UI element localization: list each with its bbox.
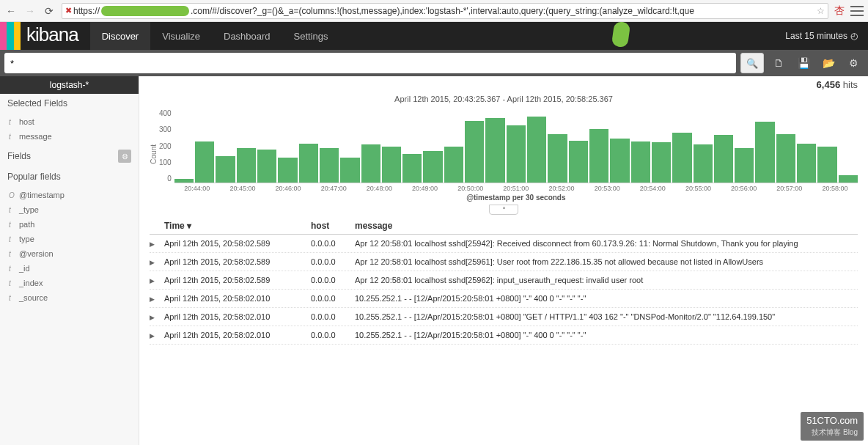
bar[interactable] <box>672 133 691 183</box>
field-type-icon: t <box>9 235 15 243</box>
bar[interactable] <box>382 147 401 183</box>
extension-icon[interactable]: 杏 <box>834 4 845 18</box>
bar[interactable] <box>195 141 214 183</box>
bar[interactable] <box>652 142 671 183</box>
bar[interactable] <box>485 118 504 183</box>
url-bar[interactable]: ✖ https:// .com/#/discover?_g=()&_a=(col… <box>62 3 828 19</box>
search-input[interactable] <box>10 58 730 69</box>
y-axis-label: Count <box>150 144 158 164</box>
bar[interactable] <box>589 129 608 183</box>
cell-message: 10.255.252.1 - - [12/Apr/2015:20:58:01 +… <box>355 294 858 303</box>
open-search-icon[interactable]: 📂 <box>818 53 839 73</box>
bar[interactable] <box>714 135 733 183</box>
tab-dashboard[interactable]: Dashboard <box>212 22 282 50</box>
back-button[interactable]: ← <box>4 4 18 18</box>
bar[interactable] <box>776 134 795 183</box>
fields-header: Fields ⚙ <box>0 145 139 167</box>
cell-time: April 12th 2015, 20:58:02.589 <box>164 257 311 266</box>
cell-host: 0.0.0.0 <box>311 257 355 266</box>
cell-time: April 12th 2015, 20:58:02.010 <box>164 294 311 303</box>
expand-row-icon[interactable]: ▶ <box>150 331 164 339</box>
field-_type[interactable]: t_type <box>0 202 139 217</box>
field-path[interactable]: tpath <box>0 217 139 232</box>
time-picker[interactable]: Last 15 minutes ◴ <box>775 22 868 50</box>
bar[interactable] <box>569 141 588 183</box>
settings-gear-icon[interactable]: ⚙ <box>843 53 864 73</box>
search-button[interactable]: 🔍 <box>740 53 764 73</box>
bar[interactable] <box>817 147 836 183</box>
collapse-histogram-handle[interactable]: ˄ <box>489 205 518 215</box>
field-type-icon: t <box>9 118 15 126</box>
chart-title: April 12th 2015, 20:43:25.367 - April 12… <box>150 95 858 103</box>
redacted-domain <box>101 6 189 16</box>
bar[interactable] <box>631 141 650 183</box>
bar[interactable] <box>278 158 297 183</box>
bar[interactable] <box>340 158 359 183</box>
bar[interactable] <box>361 144 380 183</box>
field-_source[interactable]: t_source <box>0 290 139 305</box>
index-pattern-selector[interactable]: logstash-* <box>0 76 139 94</box>
save-search-icon[interactable]: 💾 <box>793 53 814 73</box>
bar[interactable] <box>527 117 546 183</box>
cell-time: April 12th 2015, 20:58:02.589 <box>164 276 311 284</box>
expand-row-icon[interactable]: ▶ <box>150 294 164 303</box>
sort-desc-icon: ▾ <box>187 221 191 231</box>
expand-row-icon[interactable]: ▶ <box>150 276 164 284</box>
expand-row-icon[interactable]: ▶ <box>150 239 164 248</box>
field-message[interactable]: tmessage <box>0 129 139 144</box>
tab-visualize[interactable]: Visualize <box>150 22 212 50</box>
logo-text: kibana <box>21 23 90 49</box>
reload-button[interactable]: ⟳ <box>43 4 56 18</box>
col-time[interactable]: Time ▾ <box>164 221 311 231</box>
field-type-icon: t <box>9 250 15 258</box>
field-@timestamp[interactable]: O@timestamp <box>0 188 139 202</box>
field-type[interactable]: ttype <box>0 232 139 246</box>
cell-time: April 12th 2015, 20:58:02.010 <box>164 331 311 339</box>
table-row: ▶April 12th 2015, 20:58:02.0100.0.0.010.… <box>150 290 858 308</box>
bar[interactable] <box>257 150 276 183</box>
bar[interactable] <box>694 144 713 183</box>
x-axis-label: @timestamp per 30 seconds <box>174 194 858 202</box>
table-row: ▶April 12th 2015, 20:58:02.5890.0.0.0Apr… <box>150 235 858 253</box>
forward-button[interactable]: → <box>23 4 37 18</box>
app-header: kibana DiscoverVisualizeDashboardSetting… <box>0 22 868 50</box>
bar[interactable] <box>174 179 194 183</box>
histogram: April 12th 2015, 20:43:25.367 - April 12… <box>139 93 868 203</box>
bar[interactable] <box>237 148 256 183</box>
bar[interactable] <box>755 122 774 183</box>
fields-settings-icon[interactable]: ⚙ <box>118 150 131 163</box>
tab-settings[interactable]: Settings <box>282 22 340 50</box>
bar[interactable] <box>216 156 235 183</box>
field-host[interactable]: thost <box>0 114 139 129</box>
field-_id[interactable]: t_id <box>0 261 139 276</box>
bar[interactable] <box>299 144 318 183</box>
tab-discover[interactable]: Discover <box>90 22 151 50</box>
bookmark-star-icon[interactable]: ☆ <box>817 6 825 16</box>
bar[interactable] <box>444 147 463 183</box>
bar[interactable] <box>735 148 754 183</box>
bar[interactable] <box>507 125 526 183</box>
kibana-logo[interactable]: kibana <box>0 22 90 50</box>
bar[interactable] <box>465 121 484 183</box>
col-message[interactable]: message <box>355 221 858 231</box>
table-row: ▶April 12th 2015, 20:58:02.5890.0.0.0Apr… <box>150 253 858 271</box>
menu-icon[interactable] <box>850 6 864 16</box>
bar[interactable] <box>548 134 567 183</box>
col-host[interactable]: host <box>311 221 355 231</box>
url-scheme: https:// <box>73 6 100 16</box>
new-search-icon[interactable]: 🗋 <box>768 53 789 73</box>
main-nav: DiscoverVisualizeDashboardSettings <box>90 22 340 50</box>
bar[interactable] <box>402 154 422 183</box>
bar[interactable] <box>797 144 816 183</box>
cell-host: 0.0.0.0 <box>311 331 355 339</box>
expand-row-icon[interactable]: ▶ <box>150 257 164 266</box>
chart-bars[interactable] <box>174 106 858 183</box>
field-_index[interactable]: t_index <box>0 276 139 290</box>
bar[interactable] <box>423 151 442 183</box>
cell-message: Apr 12 20:58:01 localhost sshd[25962]: i… <box>355 276 858 284</box>
bar[interactable] <box>839 175 858 183</box>
bar[interactable] <box>320 148 339 183</box>
bar[interactable] <box>610 139 629 183</box>
expand-row-icon[interactable]: ▶ <box>150 312 164 321</box>
field-@version[interactable]: t@version <box>0 246 139 261</box>
